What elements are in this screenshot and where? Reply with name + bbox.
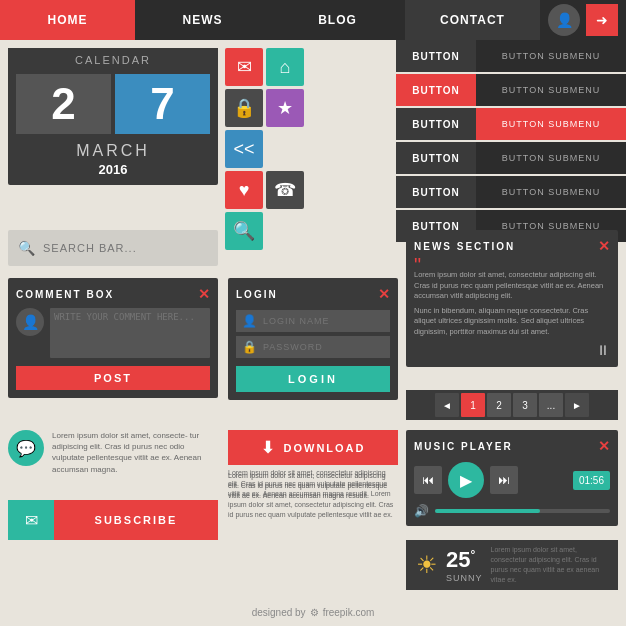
news-close-btn[interactable]: ✕ (598, 238, 610, 254)
page-1-btn[interactable]: 1 (461, 393, 485, 417)
news-title: NEWS SECTION (414, 241, 515, 252)
footer-brand-icon: ⚙ (310, 607, 319, 618)
comment-close-btn[interactable]: ✕ (198, 286, 210, 302)
download-button[interactable]: ⬇ DOWNLOAD (228, 430, 398, 465)
btn-row-4: BUTTON BUTTON SUBMENU (396, 142, 626, 174)
btn-row-1: BUTTON BUTTON SUBMENU (396, 40, 626, 72)
music-player-header: MUSIC PLAYER ✕ (414, 438, 610, 454)
user-icon-btn[interactable]: 👤 (548, 4, 580, 36)
calendar-day2: 7 (115, 74, 210, 134)
button-5[interactable]: BUTTON (396, 176, 476, 208)
page-3-btn[interactable]: 3 (513, 393, 537, 417)
calendar-month: MARCH (8, 138, 218, 162)
comment-textarea[interactable] (50, 308, 210, 358)
calendar-widget: CALENDAR 2 7 MARCH 2016 (8, 48, 218, 185)
comment-inner: 👤 (16, 308, 210, 358)
login-widget: LOGIN ✕ 👤 🔒 LOGIN (228, 278, 398, 400)
footer: designed by ⚙ freepik.com (0, 598, 626, 626)
download-icon: ⬇ (261, 438, 276, 457)
icon-row-3: << (225, 130, 305, 168)
music-play-btn[interactable]: ▶ (448, 462, 484, 498)
button-submenu-1[interactable]: BUTTON SUBMENU (476, 40, 626, 72)
post-button[interactable]: POST (16, 366, 210, 390)
login-close-btn[interactable]: ✕ (378, 286, 390, 302)
icon-row-4: ♥ ☎ (225, 171, 305, 209)
main-text: Lorem ipsum dolor sit amet, consectetur … (228, 468, 398, 521)
calendar-year: 2016 (8, 162, 218, 185)
page-next-btn[interactable]: ► (565, 393, 589, 417)
comment-list-text: Lorem ipsum dolor sit amet, consecte- tu… (52, 430, 218, 475)
login-user-icon: 👤 (242, 314, 257, 328)
login-button[interactable]: LOGIN (236, 366, 390, 392)
news-pause-icon[interactable]: ⏸ (596, 342, 610, 358)
nav-blog[interactable]: BLOG (270, 0, 405, 40)
comment-box: COMMENT BOX ✕ 👤 POST (8, 278, 218, 398)
volume-fill (435, 509, 540, 513)
music-volume-row: 🔊 (414, 504, 610, 518)
music-player: MUSIC PLAYER ✕ ⏮ ▶ ⏭ 01:56 🔊 (406, 430, 618, 526)
weather-info: 25° SUNNY (446, 547, 483, 583)
footer-brand: freepik.com (323, 607, 375, 618)
button-2[interactable]: BUTTON (396, 74, 476, 106)
button-submenu-4[interactable]: BUTTON SUBMENU (476, 142, 626, 174)
music-close-btn[interactable]: ✕ (598, 438, 610, 454)
comment-list-avatar: 💬 (8, 430, 44, 466)
lock-icon-box[interactable]: 🔒 (225, 89, 263, 127)
btn-row-2: BUTTON BUTTON SUBMENU (396, 74, 626, 106)
nav-home[interactable]: HOME (0, 0, 135, 40)
button-4[interactable]: BUTTON (396, 142, 476, 174)
music-forward-btn[interactable]: ⏭ (490, 466, 518, 494)
nav-arrow-btn[interactable]: ➜ (586, 4, 618, 36)
mail-icon-box[interactable]: ✉ (225, 48, 263, 86)
heart-icon-box[interactable]: ♥ (225, 171, 263, 209)
nav-contact[interactable]: CONTACT (405, 0, 540, 40)
nav-news[interactable]: NEWS (135, 0, 270, 40)
button-submenu-3[interactable]: BUTTON SUBMENU (476, 108, 626, 140)
comment-box-title: COMMENT BOX (16, 289, 114, 300)
login-password-row: 🔒 (236, 336, 390, 358)
icon-row-5: 🔍 (225, 212, 305, 250)
music-player-title: MUSIC PLAYER (414, 441, 513, 452)
button-1[interactable]: BUTTON (396, 40, 476, 72)
news-section: NEWS SECTION ✕ " Lorem ipsum dolor sit a… (406, 230, 618, 367)
phone-icon-box[interactable]: ☎ (266, 171, 304, 209)
calendar-day1: 2 (16, 74, 111, 134)
share-icon-box[interactable]: << (225, 130, 263, 168)
subscribe-button[interactable]: SUBSCRIBE (54, 500, 218, 540)
button-submenu-5[interactable]: BUTTON SUBMENU (476, 176, 626, 208)
login-password-input[interactable] (263, 342, 384, 352)
calendar-header: CALENDAR (8, 48, 218, 70)
volume-bar[interactable] (435, 509, 610, 513)
pagination: ◄ 1 2 3 ... ► (406, 390, 618, 420)
search-input[interactable] (43, 242, 208, 254)
home-icon-box[interactable]: ⌂ (266, 48, 304, 86)
comment-box-header: COMMENT BOX ✕ (16, 286, 210, 302)
music-controls: ⏮ ▶ ⏭ 01:56 (414, 462, 610, 498)
button-3[interactable]: BUTTON (396, 108, 476, 140)
star-icon-box[interactable]: ★ (266, 89, 304, 127)
download-label: DOWNLOAD (284, 442, 366, 454)
nav-actions: 👤 ➜ (540, 0, 626, 40)
icon-row-2: 🔒 ★ (225, 89, 305, 127)
login-title: LOGIN (236, 289, 278, 300)
navbar: HOME NEWS BLOG CONTACT 👤 ➜ (0, 0, 626, 40)
search-bar: 🔍 (8, 230, 218, 266)
weather-sun-icon: ☀ (416, 551, 438, 579)
comment-list-item: 💬 Lorem ipsum dolor sit amet, consecte- … (8, 430, 218, 475)
weather-widget: ☀ 25° SUNNY Lorem ipsum dolor sit amet, … (406, 540, 618, 590)
footer-text: designed by (252, 607, 306, 618)
music-rewind-btn[interactable]: ⏮ (414, 466, 442, 494)
page-2-btn[interactable]: 2 (487, 393, 511, 417)
button-submenu-area: BUTTON BUTTON SUBMENU BUTTON BUTTON SUBM… (396, 40, 626, 244)
login-name-input[interactable] (263, 316, 384, 326)
page-prev-btn[interactable]: ◄ (435, 393, 459, 417)
btn-row-3: BUTTON BUTTON SUBMENU (396, 108, 626, 140)
music-timer: 01:56 (573, 471, 610, 490)
comment-avatar: 👤 (16, 308, 44, 336)
search-icon-box[interactable]: 🔍 (225, 212, 263, 250)
button-submenu-2[interactable]: BUTTON SUBMENU (476, 74, 626, 106)
weather-temperature: 25° (446, 547, 483, 573)
page-dots-btn[interactable]: ... (539, 393, 563, 417)
login-header: LOGIN ✕ (236, 286, 390, 302)
volume-icon: 🔊 (414, 504, 429, 518)
